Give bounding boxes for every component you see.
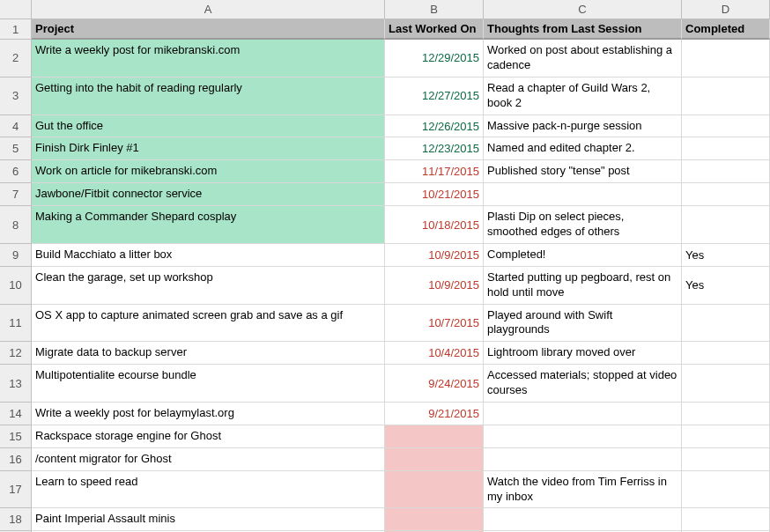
cell-B-13[interactable]: 9/24/2015: [385, 365, 484, 403]
row-header-1[interactable]: 1: [0, 19, 32, 40]
cell-A-17[interactable]: Learn to speed read: [32, 471, 385, 509]
header-cell-B[interactable]: Last Worked On: [385, 19, 484, 40]
cell-A-9[interactable]: Build Macchiato a litter box: [32, 244, 385, 267]
cell-A-11[interactable]: OS X app to capture animated screen grab…: [32, 305, 385, 343]
cell-A-5[interactable]: Finish Dirk Finley #1: [32, 137, 385, 160]
cell-C-16[interactable]: [484, 448, 682, 471]
cell-A-6[interactable]: Work on article for mikebranski.com: [32, 160, 385, 183]
cell-D-3[interactable]: [682, 78, 770, 115]
cell-C-11[interactable]: Played around with Swift playgrounds: [484, 305, 682, 343]
row-header-4[interactable]: 4: [0, 115, 32, 138]
cell-D-14[interactable]: [682, 403, 770, 425]
row-header-7[interactable]: 7: [0, 183, 32, 206]
row-header-6[interactable]: 6: [0, 160, 32, 183]
cell-A-16[interactable]: /content migrator for Ghost: [32, 448, 385, 471]
cell-D-16[interactable]: [682, 448, 770, 471]
cell-B-17[interactable]: [385, 471, 484, 509]
cell-A-8[interactable]: Making a Commander Shepard cosplay: [32, 206, 385, 244]
row-header-16[interactable]: 16: [0, 448, 32, 471]
cell-D-15[interactable]: [682, 425, 770, 448]
spreadsheet-grid[interactable]: ABCD1ProjectLast Worked OnThoughts from …: [0, 0, 770, 532]
row-header-9[interactable]: 9: [0, 244, 32, 267]
cell-B-9[interactable]: 10/9/2015: [385, 244, 484, 267]
cell-A-13[interactable]: Multipotentialite ecourse bundle: [32, 365, 385, 403]
cell-A-4[interactable]: Gut the office: [32, 115, 385, 138]
row-header-13[interactable]: 13: [0, 365, 32, 403]
header-cell-A[interactable]: Project: [32, 19, 385, 40]
cell-A-3[interactable]: Getting into the habit of reading regula…: [32, 78, 385, 115]
cell-D-7[interactable]: [682, 183, 770, 206]
cell-C-17[interactable]: Watch the video from Tim Ferriss in my i…: [484, 471, 682, 509]
row-header-18[interactable]: 18: [0, 508, 32, 531]
cell-A-10[interactable]: Clean the garage, set up workshop: [32, 267, 385, 305]
header-cell-C[interactable]: Thoughts from Last Session: [484, 19, 682, 40]
cell-B-16[interactable]: [385, 448, 484, 471]
cell-D-11[interactable]: [682, 305, 770, 343]
cell-B-10[interactable]: 10/9/2015: [385, 267, 484, 305]
cell-A-15[interactable]: Rackspace storage engine for Ghost: [32, 425, 385, 448]
cell-B-15[interactable]: [385, 425, 484, 448]
row-header-14[interactable]: 14: [0, 403, 32, 425]
cell-D-6[interactable]: [682, 160, 770, 183]
cell-D-5[interactable]: [682, 137, 770, 160]
row-header-2[interactable]: 2: [0, 40, 32, 78]
cell-D-13[interactable]: [682, 365, 770, 403]
cell-C-7[interactable]: [484, 183, 682, 206]
cell-C-12[interactable]: Lightroom library moved over: [484, 342, 682, 365]
cell-C-5[interactable]: Named and edited chapter 2.: [484, 137, 682, 160]
cell-B-14[interactable]: 9/21/2015: [385, 403, 484, 425]
cell-C-10[interactable]: Started putting up pegboard, rest on hol…: [484, 267, 682, 305]
col-header-A[interactable]: A: [32, 0, 385, 19]
cell-D-8[interactable]: [682, 206, 770, 244]
cell-A-18[interactable]: Paint Imperial Assault minis: [32, 508, 385, 531]
cell-A-14[interactable]: Write a weekly post for belaymylast.org: [32, 403, 385, 425]
row-header-11[interactable]: 11: [0, 305, 32, 343]
cell-D-12[interactable]: [682, 342, 770, 365]
row-header-15[interactable]: 15: [0, 425, 32, 448]
cell-B-5[interactable]: 12/23/2015: [385, 137, 484, 160]
cell-A-2[interactable]: Write a weekly post for mikebranski.com: [32, 40, 385, 78]
cell-B-8[interactable]: 10/18/2015: [385, 206, 484, 244]
cell-B-3[interactable]: 12/27/2015: [385, 78, 484, 115]
row-header-8[interactable]: 8: [0, 206, 32, 244]
cell-C-3[interactable]: Read a chapter of Guild Wars 2, book 2: [484, 78, 682, 115]
cell-B-7[interactable]: 10/21/2015: [385, 183, 484, 206]
cell-D-17[interactable]: [682, 471, 770, 509]
cell-B-18[interactable]: [385, 508, 484, 531]
cell-D-4[interactable]: [682, 115, 770, 138]
cell-C-18[interactable]: [484, 508, 682, 531]
cell-C-15[interactable]: [484, 425, 682, 448]
cell-C-13[interactable]: Accessed materials; stopped at video cou…: [484, 365, 682, 403]
cell-A-12[interactable]: Migrate data to backup server: [32, 342, 385, 365]
cell-C-6[interactable]: Published story "tense" post: [484, 160, 682, 183]
cell-B-12[interactable]: 10/4/2015: [385, 342, 484, 365]
row-header-5[interactable]: 5: [0, 137, 32, 160]
cell-C-2[interactable]: Worked on post about establishing a cade…: [484, 40, 682, 78]
header-cell-D[interactable]: Completed: [682, 19, 770, 40]
cell-D-18[interactable]: [682, 508, 770, 531]
col-header-C[interactable]: C: [484, 0, 682, 19]
cell-B-2[interactable]: 12/29/2015: [385, 40, 484, 78]
cell-C-9[interactable]: Completed!: [484, 244, 682, 267]
row-header-17[interactable]: 17: [0, 471, 32, 509]
cell-C-4[interactable]: Massive pack-n-purge session: [484, 115, 682, 138]
cell-D-10[interactable]: Yes: [682, 267, 770, 305]
col-header-D[interactable]: D: [682, 0, 770, 19]
cell-C-8[interactable]: Plasti Dip on select pieces, smoothed ed…: [484, 206, 682, 244]
cell-D-9[interactable]: Yes: [682, 244, 770, 267]
cell-A-7[interactable]: Jawbone/Fitbit connector service: [32, 183, 385, 206]
col-header-B[interactable]: B: [385, 0, 484, 19]
cell-B-6[interactable]: 11/17/2015: [385, 160, 484, 183]
row-header-3[interactable]: 3: [0, 78, 32, 115]
cell-B-4[interactable]: 12/26/2015: [385, 115, 484, 138]
corner-cell[interactable]: [0, 0, 32, 19]
cell-B-11[interactable]: 10/7/2015: [385, 305, 484, 343]
cell-D-2[interactable]: [682, 40, 770, 78]
row-header-10[interactable]: 10: [0, 267, 32, 305]
cell-C-14[interactable]: [484, 403, 682, 425]
row-header-12[interactable]: 12: [0, 342, 32, 365]
